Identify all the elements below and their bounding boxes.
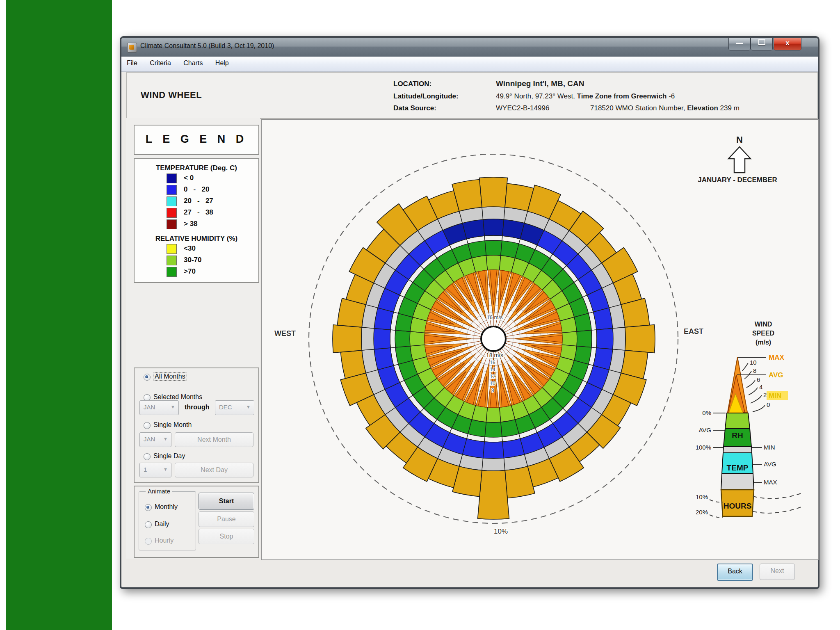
latlon-label: Latitude/Longitude: [393, 92, 459, 100]
wind-wheel-panel: 10%16 m/s18 m/s161412108WESTEASTNJANUARY… [261, 119, 819, 560]
maximize-icon [758, 39, 765, 45]
single-day-radio[interactable] [144, 453, 151, 460]
menu-charts[interactable]: Charts [178, 57, 208, 67]
temp-band-label: TEMP [727, 463, 749, 472]
from-month-dropdown[interactable]: JAN ▼ [139, 400, 179, 415]
hours-band-label: HOURS [724, 502, 752, 510]
ten-percent-ring-label: 10% [494, 527, 508, 535]
selected-months-label[interactable]: Selected Months [153, 393, 202, 401]
rh-swatch-30-70 [167, 256, 177, 265]
single-day-dropdown[interactable]: 1 ▼ [139, 463, 171, 477]
all-months-radio[interactable] [144, 374, 151, 381]
all-months-label[interactable]: All Months [153, 373, 187, 380]
close-icon: x [785, 39, 789, 47]
next-button[interactable]: Next [760, 564, 795, 580]
daily-label[interactable]: Daily [155, 520, 169, 528]
temperature-legend-heading: TEMPERATURE (Deg. C) [135, 164, 258, 172]
single-day-label[interactable]: Single Day [153, 452, 185, 460]
temp-swatch-20-27 [167, 196, 177, 206]
legend-title: L E G E N D [135, 133, 258, 146]
location-value: Winnipeg Int'l, MB, CAN [496, 79, 584, 88]
svg-text:12: 12 [490, 374, 495, 379]
maximize-button[interactable] [751, 38, 773, 50]
menu-file[interactable]: File [121, 57, 143, 67]
humidity-legend-heading: RELATIVE HUMIDITY (%) [135, 235, 258, 243]
daily-radio[interactable] [145, 521, 152, 528]
titlebar[interactable]: Climate Consultant 5.0 (Build 3, Oct 19,… [121, 38, 818, 57]
close-button[interactable]: x [774, 38, 801, 50]
datasource-label: Data Source: [393, 104, 436, 112]
legend-title-box: L E G E N D [134, 125, 259, 155]
east-label: EAST [684, 327, 703, 336]
monthly-label[interactable]: Monthly [155, 503, 178, 511]
app-window: Climate Consultant 5.0 (Build 3, Oct 19,… [120, 36, 819, 589]
window-title: Climate Consultant 5.0 (Build 3, Oct 19,… [140, 42, 274, 50]
start-button[interactable]: Start [199, 493, 254, 510]
stop-button[interactable]: Stop [199, 529, 254, 544]
to-month-dropdown[interactable]: DEC ▼ [215, 400, 254, 415]
temp-swatch-lt0 [167, 173, 177, 183]
legend-item: 30-70 [167, 256, 258, 266]
footer-bar: Back Next [121, 560, 818, 586]
svg-text:16 m/s: 16 m/s [486, 314, 503, 320]
wind-speed-legend-title: (m/s) [756, 339, 771, 346]
wind-speed-legend-title: SPEED [752, 330, 774, 337]
menu-criteria[interactable]: Criteria [144, 57, 176, 67]
svg-text:N: N [736, 135, 743, 145]
minimize-button[interactable] [728, 38, 751, 50]
temp-swatch-gt38 [167, 219, 177, 229]
months-panel: All Months Selected Months JAN ▼ through… [134, 368, 259, 483]
legend-item: 0 - 20 [167, 185, 258, 195]
station-value: 718520 WMO Station Number, Elevation 239… [590, 104, 740, 112]
next-month-button[interactable]: Next Month [175, 432, 253, 447]
minimize-icon [736, 43, 743, 44]
svg-text:MAX: MAX [764, 479, 777, 486]
animate-label: Animate [146, 488, 172, 495]
svg-text:6: 6 [757, 376, 760, 383]
chevron-down-icon: ▼ [163, 467, 168, 472]
svg-text:10%: 10% [696, 493, 708, 500]
svg-text:MIN: MIN [764, 444, 775, 451]
chevron-down-icon: ▼ [171, 404, 175, 409]
monthly-radio[interactable] [145, 504, 152, 511]
back-button[interactable]: Back [717, 564, 753, 581]
hourly-radio [145, 538, 152, 545]
svg-text:14: 14 [490, 367, 495, 372]
single-month-radio[interactable] [144, 422, 151, 429]
single-month-label[interactable]: Single Month [153, 421, 192, 429]
menu-help[interactable]: Help [210, 57, 234, 67]
left-accent-bar [6, 0, 112, 630]
period-label: JANUARY - DECEMBER [698, 176, 777, 184]
svg-text:4: 4 [759, 383, 762, 390]
wind-wheel [309, 154, 678, 523]
single-month-dropdown[interactable]: JAN ▼ [139, 432, 171, 447]
pause-button[interactable]: Pause [199, 511, 254, 527]
menubar: File Criteria Charts Help [121, 57, 818, 72]
animate-panel: Animate Monthly Daily Hourly Start Pause… [134, 486, 259, 558]
header-panel: WIND WHEEL LOCATION: Winnipeg Int'l, MB,… [126, 72, 818, 119]
rh-swatch-lt30 [167, 244, 177, 254]
wind-speed-legend [710, 357, 802, 517]
legend-item: <30 [167, 244, 258, 254]
next-day-button[interactable]: Next Day [175, 463, 253, 477]
chevron-down-icon: ▼ [246, 404, 251, 409]
svg-text:2: 2 [763, 391, 767, 398]
wind-speed-legend-title: WIND [755, 321, 772, 328]
legend-item: > 38 [167, 219, 258, 230]
legend-item: 20 - 27 [167, 196, 258, 207]
legend-item: 27 - 38 [167, 208, 258, 218]
svg-text:8: 8 [491, 388, 494, 393]
page-title: WIND WHEEL [141, 90, 202, 100]
temp-swatch-0-20 [167, 185, 177, 195]
legend-box: TEMPERATURE (Deg. C) < 0 0 - 20 20 - 27 … [134, 158, 259, 283]
svg-text:10: 10 [750, 359, 757, 366]
speed-max-label: MAX [769, 354, 784, 361]
north-arrow-icon [728, 147, 751, 173]
legend-item: < 0 [167, 173, 258, 184]
temp-swatch-27-38 [167, 208, 177, 218]
svg-text:0%: 0% [702, 409, 711, 416]
rh-band-label: RH [732, 431, 743, 440]
sidebar: L E G E N D TEMPERATURE (Deg. C) < 0 0 -… [126, 118, 260, 559]
speed-min-label: MIN [769, 392, 781, 399]
desktop: Climate Consultant 5.0 (Build 3, Oct 19,… [0, 0, 840, 630]
